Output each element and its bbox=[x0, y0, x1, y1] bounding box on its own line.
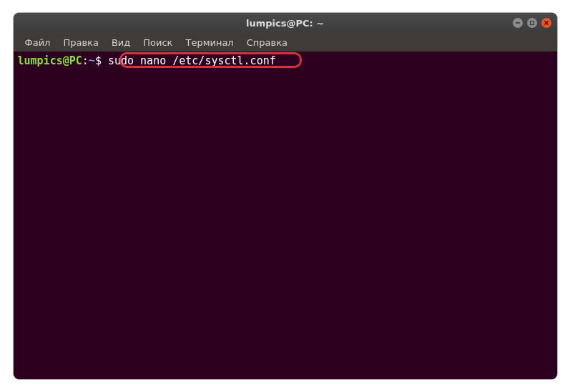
menubar: Файл Правка Вид Поиск Терминал Справка bbox=[14, 33, 557, 52]
menu-file[interactable]: Файл bbox=[19, 36, 56, 49]
menu-view[interactable]: Вид bbox=[106, 36, 136, 49]
prompt-dollar: $ bbox=[95, 54, 108, 69]
close-icon bbox=[544, 20, 549, 26]
close-button[interactable] bbox=[541, 18, 551, 28]
maximize-button[interactable] bbox=[527, 18, 537, 28]
menu-edit[interactable]: Правка bbox=[57, 36, 104, 49]
prompt-path: ~ bbox=[89, 54, 95, 69]
menu-help[interactable]: Справка bbox=[241, 36, 293, 49]
command-text: sudo nano /etc/sysctl.conf bbox=[108, 54, 276, 69]
prompt-colon: : bbox=[82, 54, 89, 69]
window-title: lumpics@PC: ~ bbox=[246, 18, 324, 29]
prompt-user: lumpics@PC bbox=[18, 54, 82, 69]
titlebar: lumpics@PC: ~ bbox=[14, 13, 557, 33]
minimize-icon bbox=[515, 20, 521, 26]
svg-rect-1 bbox=[530, 21, 534, 25]
window-controls bbox=[513, 18, 551, 28]
maximize-icon bbox=[529, 20, 535, 26]
menu-terminal[interactable]: Терминал bbox=[180, 36, 239, 49]
terminal-window: lumpics@PC: ~ Файл Правка Вид Поиск Терм… bbox=[14, 13, 557, 379]
terminal-body[interactable]: lumpics@PC:~$ sudo nano /etc/sysctl.conf bbox=[14, 52, 557, 379]
minimize-button[interactable] bbox=[513, 18, 523, 28]
prompt-line: lumpics@PC:~$ sudo nano /etc/sysctl.conf bbox=[18, 54, 553, 69]
menu-search[interactable]: Поиск bbox=[137, 36, 178, 49]
